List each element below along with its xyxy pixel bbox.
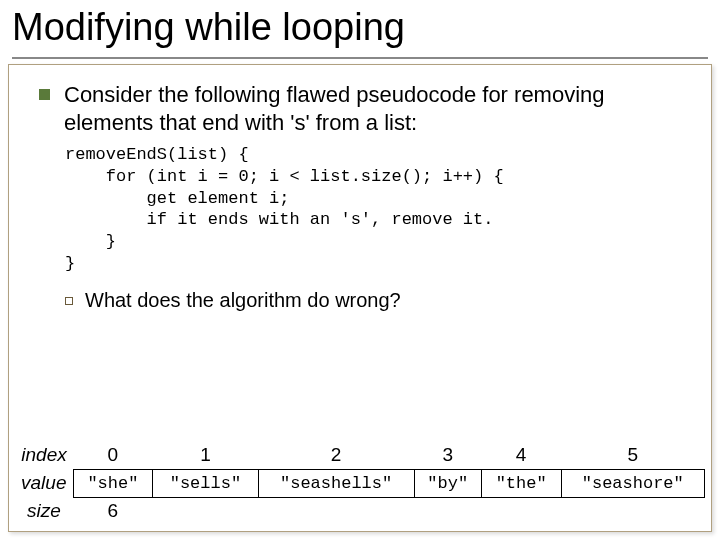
index-cell: 5 bbox=[561, 441, 704, 469]
index-cell: 0 bbox=[73, 441, 153, 469]
title-underline bbox=[12, 57, 708, 59]
slide-title-block: Modifying while looping bbox=[12, 6, 708, 59]
table-row-value: value "she" "sells" "seashells" "by" "th… bbox=[15, 469, 705, 497]
row-label-value: value bbox=[15, 469, 73, 497]
data-table: index 0 1 2 3 4 5 value "she" "sells" "s… bbox=[15, 441, 705, 525]
row-label-index: index bbox=[15, 441, 73, 469]
code-block: removeEndS(list) { for (int i = 0; i < l… bbox=[65, 144, 697, 275]
slide-content: Consider the following flawed pseudocode… bbox=[39, 81, 697, 312]
sub-bullet-icon bbox=[65, 297, 73, 305]
index-cell: 2 bbox=[258, 441, 414, 469]
value-cell: "sells" bbox=[153, 469, 258, 497]
value-cell: "the" bbox=[481, 469, 561, 497]
table-row-index: index 0 1 2 3 4 5 bbox=[15, 441, 705, 469]
value-cell: "seashells" bbox=[258, 469, 414, 497]
value-cell: "by" bbox=[414, 469, 481, 497]
size-cell: 6 bbox=[73, 497, 153, 525]
bullet-icon bbox=[39, 89, 50, 100]
sub-bullet-text: What does the algorithm do wrong? bbox=[85, 289, 401, 312]
bullet-item: Consider the following flawed pseudocode… bbox=[39, 81, 697, 136]
index-cell: 1 bbox=[153, 441, 258, 469]
row-label-size: size bbox=[15, 497, 73, 525]
table-row-size: size 6 bbox=[15, 497, 705, 525]
value-cell: "seashore" bbox=[561, 469, 704, 497]
slide-title: Modifying while looping bbox=[12, 6, 708, 55]
index-cell: 4 bbox=[481, 441, 561, 469]
value-cell: "she" bbox=[73, 469, 153, 497]
bullet-text: Consider the following flawed pseudocode… bbox=[64, 81, 697, 136]
sub-bullet-item: What does the algorithm do wrong? bbox=[65, 289, 697, 312]
index-cell: 3 bbox=[414, 441, 481, 469]
slide-frame: Consider the following flawed pseudocode… bbox=[8, 64, 712, 532]
